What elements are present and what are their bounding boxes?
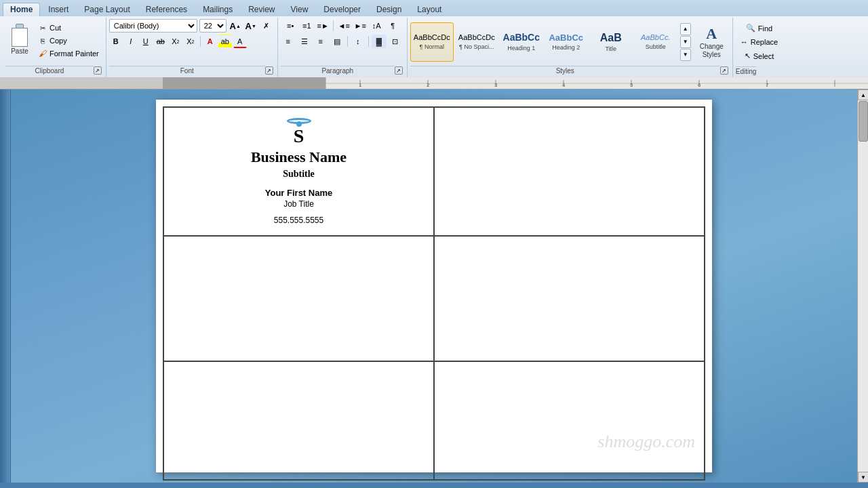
style-heading2[interactable]: AaBbCc Heading 2 (545, 22, 588, 62)
underline-button[interactable]: U (139, 35, 153, 48)
cut-button[interactable]: ✂ Cut (35, 22, 102, 34)
company-icon-letter: S (294, 125, 304, 147)
ribbon: Home Insert Page Layout References Maili… (0, 0, 868, 77)
clipboard-dialog-launcher[interactable]: ↗ (94, 66, 102, 75)
shading-button[interactable]: ▓ (372, 35, 387, 48)
style-heading1-preview: AaBbCc (503, 32, 540, 43)
copy-button[interactable]: ⎘ Copy (35, 35, 102, 47)
strikethrough-button[interactable]: ab (154, 35, 167, 48)
styles-scroll-up[interactable]: ▲ (680, 23, 691, 35)
decrease-indent-button[interactable]: ◄≡ (336, 19, 351, 33)
superscript-button[interactable]: X2 (184, 35, 197, 48)
style-normal-label: ¶ Normal (420, 43, 444, 50)
select-icon: ↖ (745, 52, 751, 60)
font-shrink-button[interactable]: A▼ (244, 19, 258, 33)
border-button[interactable]: ⊡ (388, 35, 403, 48)
style-subtitle[interactable]: AaBbCc. Subtitle (634, 22, 677, 62)
style-no-spacing-preview: AaBbCcDc (458, 33, 495, 42)
bullets-button[interactable]: ≡• (283, 19, 298, 33)
svg-text:1: 1 (359, 82, 362, 88)
line-spacing-button[interactable]: ↕ (351, 35, 366, 48)
styles-scroll-down[interactable]: ▼ (680, 36, 691, 48)
company-logo (287, 118, 311, 124)
scroll-thumb[interactable] (859, 101, 868, 142)
select-button[interactable]: ↖ Select (740, 49, 779, 62)
scroll-track[interactable] (858, 100, 868, 472)
tab-review[interactable]: Review (241, 3, 282, 16)
scroll-area[interactable]: S Business Name Subtitle Your First Name… (11, 89, 857, 483)
numbered-list-button[interactable]: ≡1 (299, 19, 314, 33)
styles-dialog-launcher[interactable]: ↗ (720, 66, 728, 75)
change-styles-button[interactable]: A ChangeStyles (695, 23, 728, 61)
format-painter-button[interactable]: 🖌 Format Painter (35, 47, 102, 60)
job-title: Job Title (283, 199, 314, 209)
find-icon: 🔍 (746, 24, 755, 33)
scroll-down-button[interactable]: ▼ (858, 472, 868, 483)
editing-group-label: Editing (736, 66, 757, 77)
tab-view[interactable]: View (283, 3, 316, 16)
find-button[interactable]: 🔍 Find (741, 22, 777, 35)
font-group-label: Font (109, 66, 265, 76)
card-cell-6 (434, 361, 705, 480)
style-heading1[interactable]: AaBbCc Heading 1 (500, 22, 543, 62)
scroll-up-button[interactable]: ▲ (858, 89, 868, 100)
first-name: Your First Name (265, 188, 332, 198)
right-scrollbar[interactable]: ▲ ▼ (857, 89, 868, 483)
styles-more-button[interactable]: ▼ (680, 49, 691, 61)
font-color-button[interactable]: A (233, 35, 247, 48)
replace-button[interactable]: ↔ Replace (736, 36, 783, 48)
font-family-select[interactable]: Calibri (Body) (109, 19, 197, 33)
align-right-button[interactable]: ≡ (313, 35, 328, 48)
increase-indent-button[interactable]: ►≡ (353, 19, 368, 33)
left-sidebar (0, 89, 11, 483)
subscript-button[interactable]: X2 (169, 35, 182, 48)
editing-group: 🔍 Find ↔ Replace ↖ Select Editing (733, 18, 787, 77)
italic-button[interactable]: I (124, 35, 138, 48)
paragraph-dialog-launcher[interactable]: ↗ (395, 66, 403, 75)
align-left-button[interactable]: ≡ (281, 35, 296, 48)
card-cell-4 (434, 236, 705, 361)
font-dialog-launcher[interactable]: ↗ (265, 66, 273, 75)
cut-icon: ✂ (38, 23, 47, 33)
card-grid: S Business Name Subtitle Your First Name… (163, 106, 705, 481)
clipboard-group: Paste ✂ Cut ⎘ Copy 🖌 Format Painter (3, 18, 106, 77)
document-page: S Business Name Subtitle Your First Name… (156, 100, 712, 472)
highlight-button[interactable]: ab (218, 35, 232, 48)
ribbon-tabs-bar: Home Insert Page Layout References Maili… (0, 0, 868, 16)
style-heading1-label: Heading 1 (507, 45, 535, 52)
tab-references[interactable]: References (138, 3, 195, 16)
svg-text:7: 7 (766, 82, 769, 88)
tab-design[interactable]: Design (369, 3, 409, 16)
font-size-select[interactable]: 22 (199, 19, 226, 33)
sort-button[interactable]: ↕A (369, 19, 384, 33)
style-title[interactable]: AaB Title (589, 22, 633, 62)
style-subtitle-preview: AaBbCc. (641, 33, 670, 42)
tab-layout[interactable]: Layout (410, 3, 449, 16)
clipboard-group-label: Clipboard (5, 66, 94, 76)
watermark: shmoggo.com (597, 432, 695, 452)
copy-icon: ⎘ (38, 36, 47, 45)
paste-button[interactable]: Paste (5, 20, 34, 57)
style-no-spacing-label: ¶ No Spaci... (459, 43, 494, 50)
paragraph-group: ≡• ≡1 ≡► ◄≡ ►≡ ↕A ¶ ≡ ☰ ≡ ▤ ↕ (278, 18, 408, 77)
show-marks-button[interactable]: ¶ (385, 19, 400, 33)
clear-format-button[interactable]: ✗ (260, 19, 273, 33)
font-grow-button[interactable]: A▲ (229, 19, 242, 33)
tab-developer[interactable]: Developer (316, 3, 368, 16)
svg-text:4: 4 (562, 82, 566, 88)
style-heading2-preview: AaBbCc (549, 33, 583, 43)
style-normal[interactable]: AaBbCcDc ¶ Normal (410, 22, 454, 62)
style-no-spacing[interactable]: AaBbCcDc ¶ No Spaci... (455, 22, 498, 62)
tab-mailings[interactable]: Mailings (195, 3, 240, 16)
ribbon-content: Paste ✂ Cut ⎘ Copy 🖌 Format Painter (0, 16, 868, 77)
tab-home[interactable]: Home (3, 3, 40, 16)
tab-insert[interactable]: Insert (41, 3, 76, 16)
ruler-bar: 1 2 3 4 5 6 7 (0, 77, 868, 89)
paragraph-group-label: Paragraph (281, 66, 395, 76)
bold-button[interactable]: B (109, 35, 123, 48)
multilevel-list-button[interactable]: ≡► (315, 19, 330, 33)
tab-page-layout[interactable]: Page Layout (77, 3, 137, 16)
text-effect-button[interactable]: A (203, 35, 217, 48)
align-center-button[interactable]: ☰ (297, 35, 312, 48)
justify-button[interactable]: ▤ (330, 35, 344, 48)
